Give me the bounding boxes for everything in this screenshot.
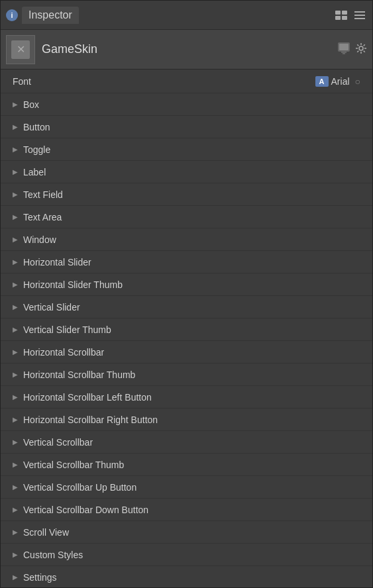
list-container: ▶Box▶Button▶Toggle▶Label▶Text Field▶Text… [1, 93, 372, 587]
expand-arrow-icon: ▶ [13, 236, 18, 243]
list-item[interactable]: ▶Scroll View [1, 521, 372, 544]
expand-arrow-icon: ▶ [13, 416, 18, 423]
expand-arrow-icon: ▶ [13, 528, 18, 536]
expand-arrow-icon: ▶ [13, 371, 18, 378]
list-item[interactable]: ▶Text Area [1, 206, 372, 228]
svg-rect-5 [354, 15, 365, 16]
gameskin-icon-inner: ✕ [11, 40, 30, 59]
menu-icon[interactable] [352, 8, 367, 23]
list-item[interactable]: ▶Horizontal Scrollbar Right Button [1, 409, 372, 431]
content-area[interactable]: Font A Arial ○ ▶Box▶Button▶Toggle▶Label▶… [1, 70, 372, 587]
header-right-icons [338, 42, 367, 57]
list-item[interactable]: ▶Vertical Slider Thumb [1, 318, 372, 341]
expand-arrow-icon: ▶ [13, 258, 18, 266]
svg-rect-8 [339, 44, 348, 50]
settings-icon[interactable] [355, 42, 367, 57]
list-item[interactable]: ▶Horizontal Scrollbar [1, 341, 372, 364]
list-item-label: Horizontal Scrollbar Left Button [23, 392, 152, 403]
expand-arrow-icon: ▶ [13, 146, 18, 153]
gameskin-thumbnail: ✕ [6, 35, 35, 64]
font-label: Font [13, 76, 315, 87]
list-item-label: Box [23, 99, 39, 110]
svg-rect-10 [341, 52, 346, 53]
expand-arrow-icon: ▶ [13, 168, 18, 175]
list-item[interactable]: ▶Horizontal Slider [1, 251, 372, 273]
font-reset-icon[interactable]: ○ [355, 76, 360, 87]
list-item[interactable]: ▶Vertical Scrollbar Thumb [1, 454, 372, 476]
list-item-label: Horizontal Slider [23, 257, 91, 268]
svg-rect-6 [354, 18, 365, 19]
list-item[interactable]: ▶Text Field [1, 183, 372, 206]
list-item-label: Custom Styles [23, 550, 83, 560]
expand-arrow-icon: ▶ [13, 348, 18, 356]
svg-rect-0 [335, 11, 341, 15]
svg-rect-4 [354, 11, 365, 13]
gameskin-title: GameSkin [42, 42, 338, 56]
expand-arrow-icon: ▶ [13, 461, 18, 468]
list-item-label: Horizontal Scrollbar Thumb [23, 369, 135, 380]
title-bar-icons [334, 8, 367, 23]
expand-arrow-icon: ▶ [13, 191, 18, 198]
list-item-label: Vertical Scrollbar Thumb [23, 460, 124, 470]
list-item[interactable]: ▶Horizontal Slider Thumb [1, 273, 372, 296]
list-item[interactable]: ▶Horizontal Scrollbar Left Button [1, 386, 372, 409]
list-item[interactable]: ▶Settings [1, 566, 372, 587]
scene-icon[interactable] [334, 8, 348, 23]
list-item[interactable]: ▶Label [1, 161, 372, 183]
gameskin-icon-symbol: ✕ [17, 43, 25, 56]
list-item-label: Horizontal Scrollbar Right Button [23, 415, 158, 425]
font-a-icon: A [315, 76, 329, 87]
svg-point-11 [359, 46, 363, 50]
expand-arrow-icon: ▶ [13, 551, 18, 558]
list-item-label: Vertical Scrollbar Down Button [23, 505, 148, 515]
list-item-label: Vertical Slider Thumb [23, 324, 111, 335]
title-bar-left: i Inspector [6, 7, 334, 24]
inspector-title: Inspector [28, 9, 72, 21]
expand-arrow-icon: ▶ [13, 483, 18, 491]
help-icon[interactable] [338, 42, 350, 57]
list-item[interactable]: ▶Button [1, 116, 372, 138]
list-item-label: Label [23, 167, 46, 177]
list-item[interactable]: ▶Vertical Slider [1, 296, 372, 318]
list-item[interactable]: ▶Vertical Scrollbar [1, 431, 372, 454]
list-item-label: Text Area [23, 212, 62, 222]
expand-arrow-icon: ▶ [13, 281, 18, 288]
list-item-label: Button [23, 122, 50, 132]
expand-arrow-icon: ▶ [13, 101, 18, 108]
list-item-label: Toggle [23, 144, 50, 155]
expand-arrow-icon: ▶ [13, 438, 18, 446]
list-item-label: Text Field [23, 189, 63, 200]
info-icon: i [6, 9, 18, 21]
svg-rect-3 [342, 16, 347, 20]
list-item-label: Vertical Scrollbar Up Button [23, 482, 136, 493]
expand-arrow-icon: ▶ [13, 326, 18, 333]
list-item[interactable]: ▶Vertical Scrollbar Down Button [1, 499, 372, 521]
expand-arrow-icon: ▶ [13, 573, 18, 581]
font-name: Arial [331, 76, 350, 87]
expand-arrow-icon: ▶ [13, 213, 18, 220]
svg-rect-1 [342, 11, 347, 15]
expand-arrow-icon: ▶ [13, 506, 18, 513]
list-item-label: Settings [23, 572, 57, 583]
expand-arrow-icon: ▶ [13, 123, 18, 130]
list-item[interactable]: ▶Window [1, 228, 372, 251]
list-item-label: Vertical Slider [23, 302, 80, 313]
expand-arrow-icon: ▶ [13, 303, 18, 311]
svg-rect-2 [335, 16, 341, 20]
list-item[interactable]: ▶Custom Styles [1, 544, 372, 566]
title-bar: i Inspector [1, 1, 372, 30]
font-value[interactable]: A Arial [315, 76, 350, 87]
list-item[interactable]: ▶Toggle [1, 138, 372, 161]
gameskin-header: ✕ GameSkin [1, 30, 372, 70]
list-item-label: Vertical Scrollbar [23, 437, 93, 448]
list-item[interactable]: ▶Vertical Scrollbar Up Button [1, 476, 372, 499]
font-row: Font A Arial ○ [1, 70, 372, 93]
title-tab[interactable]: Inspector [22, 7, 79, 24]
list-item-label: Scroll View [23, 527, 69, 538]
inspector-window: i Inspector [0, 0, 373, 588]
list-item[interactable]: ▶Box [1, 93, 372, 116]
expand-arrow-icon: ▶ [13, 393, 18, 401]
list-item[interactable]: ▶Horizontal Scrollbar Thumb [1, 364, 372, 386]
list-item-label: Horizontal Scrollbar [23, 347, 104, 358]
list-item-label: Window [23, 234, 56, 245]
